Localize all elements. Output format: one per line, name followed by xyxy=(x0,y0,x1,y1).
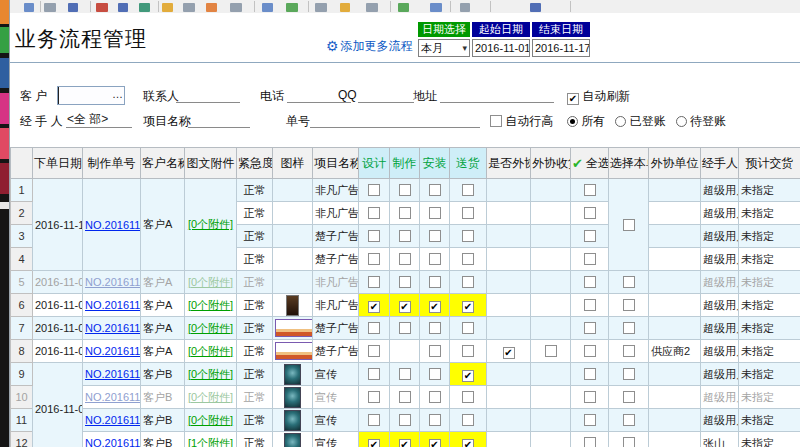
contact-input[interactable] xyxy=(176,87,240,103)
sample-thumbnail-photo[interactable] xyxy=(284,433,301,447)
sample-thumbnail-cert[interactable] xyxy=(275,319,313,337)
row-number[interactable]: 2 xyxy=(11,202,33,225)
sample-thumbnail-cert[interactable] xyxy=(275,342,313,360)
checkbox-deliver[interactable] xyxy=(462,230,474,242)
radio-all[interactable] xyxy=(567,116,578,127)
sample-thumbnail-photo[interactable] xyxy=(284,364,301,385)
checkbox-make[interactable] xyxy=(399,322,411,334)
checkbox-make[interactable] xyxy=(399,207,411,219)
attachment-link[interactable]: [0个附件] xyxy=(188,218,233,230)
checkbox-deliver[interactable]: ✔ xyxy=(462,370,474,382)
checkbox-design[interactable] xyxy=(368,322,380,334)
checkbox-selall[interactable] xyxy=(584,230,596,242)
checkbox-make[interactable] xyxy=(399,230,411,242)
column-header-thumb[interactable]: 图样 xyxy=(273,148,313,179)
checkbox-selorder[interactable] xyxy=(623,368,635,380)
checkbox-install[interactable] xyxy=(429,368,441,380)
checkbox-deliver[interactable]: ✔ xyxy=(462,439,474,447)
row-number[interactable]: 5 xyxy=(11,271,33,294)
checkbox-design[interactable]: ✔ xyxy=(368,301,380,313)
row-number[interactable]: 11 xyxy=(11,409,33,432)
checkbox-selorder[interactable] xyxy=(623,276,635,288)
checkbox-selall[interactable] xyxy=(584,414,596,426)
checkbox-make[interactable]: ✔ xyxy=(399,439,411,447)
checkbox-deliver[interactable] xyxy=(462,253,474,265)
row-number[interactable]: 6 xyxy=(11,294,33,317)
checkbox-make[interactable] xyxy=(399,391,411,403)
checkbox-selall[interactable] xyxy=(584,345,596,357)
checkbox-selall[interactable] xyxy=(584,299,596,311)
add-more-flows-link[interactable]: ⚙添加更多流程 xyxy=(326,38,413,55)
column-header-project[interactable]: 项目名称 xyxy=(313,148,359,179)
order-number-input[interactable] xyxy=(310,112,480,128)
column-header-install[interactable]: 安装 xyxy=(420,148,450,179)
ellipsis-button[interactable]: … xyxy=(111,87,124,104)
attachment-link[interactable]: [1个附件] xyxy=(188,437,233,447)
column-header-eta[interactable]: 预计交货 xyxy=(739,148,800,179)
row-number[interactable]: 3 xyxy=(11,225,33,248)
column-header-order[interactable]: 制作单号 xyxy=(83,148,141,179)
checkbox-install[interactable] xyxy=(429,276,441,288)
checkbox-make[interactable] xyxy=(399,184,411,196)
column-header-receipt[interactable]: 外协收货 xyxy=(531,148,571,179)
checkbox-make[interactable] xyxy=(399,276,411,288)
checkbox-selorder[interactable] xyxy=(623,299,635,311)
checkbox-selall[interactable] xyxy=(584,368,596,380)
radio-pending[interactable] xyxy=(676,116,687,127)
order-number-link[interactable]: NO.201611030004 xyxy=(85,368,141,380)
column-header-make[interactable]: 制作 xyxy=(390,148,420,179)
checkbox-selall[interactable] xyxy=(584,276,596,288)
checkbox-design[interactable] xyxy=(368,345,380,357)
sample-thumbnail-banner[interactable] xyxy=(286,295,299,316)
row-number[interactable]: 4 xyxy=(11,248,33,271)
address-input[interactable] xyxy=(440,87,554,103)
customer-input[interactable] xyxy=(58,87,111,104)
column-header-n[interactable] xyxy=(11,148,33,179)
checkbox-install[interactable] xyxy=(429,414,441,426)
attachment-link[interactable]: [0个附件] xyxy=(188,414,233,426)
checkbox-install[interactable] xyxy=(429,230,441,242)
handler-input[interactable] xyxy=(66,112,132,128)
end-date-select[interactable]: 2016-11-17 ▾ xyxy=(532,39,590,57)
checkbox-install[interactable] xyxy=(429,322,441,334)
column-header-date[interactable]: 下单日期▼ xyxy=(33,148,83,179)
checkbox-make[interactable] xyxy=(399,414,411,426)
order-number-link[interactable]: NO.201611030001 xyxy=(85,437,141,447)
order-number-link[interactable]: NO.201611090001 xyxy=(85,276,141,288)
auto-refresh-checkbox[interactable]: ✔ xyxy=(567,93,579,105)
checkbox-selall[interactable] xyxy=(584,391,596,403)
checkbox-receipt[interactable] xyxy=(545,345,557,357)
checkbox-selall[interactable] xyxy=(584,184,596,196)
sample-thumbnail-photo[interactable] xyxy=(284,410,301,431)
checkbox-selorder[interactable] xyxy=(623,219,635,231)
checkbox-design[interactable] xyxy=(368,184,380,196)
column-header-attach[interactable]: 图文附件 xyxy=(185,148,237,179)
attachment-link[interactable]: [0个附件] xyxy=(188,322,233,334)
checkbox-deliver[interactable] xyxy=(462,391,474,403)
project-name-input[interactable] xyxy=(188,112,250,128)
checkbox-install[interactable] xyxy=(429,184,441,196)
date-mode-select[interactable]: 本月 ▾ xyxy=(418,39,470,57)
row-number[interactable]: 1 xyxy=(11,179,33,202)
checkbox-design[interactable] xyxy=(368,414,380,426)
column-header-selorder[interactable]: 选择本单 xyxy=(609,148,649,179)
checkbox-deliver[interactable] xyxy=(462,184,474,196)
checkbox-install[interactable] xyxy=(429,391,441,403)
checkbox-selorder[interactable] xyxy=(623,391,635,403)
radio-posted[interactable] xyxy=(615,116,626,127)
column-header-handler[interactable]: 经手人 xyxy=(701,148,739,179)
checkbox-install[interactable] xyxy=(429,207,441,219)
checkbox-selorder[interactable] xyxy=(623,414,635,426)
row-number[interactable]: 8 xyxy=(11,340,33,363)
start-date-select[interactable]: 2016-11-01 ▾ xyxy=(472,39,530,57)
row-number[interactable]: 12 xyxy=(11,432,33,447)
checkbox-deliver[interactable] xyxy=(462,276,474,288)
checkbox-deliver[interactable] xyxy=(462,414,474,426)
checkbox-make[interactable]: ✔ xyxy=(399,301,411,313)
auto-row-height-checkbox[interactable] xyxy=(490,115,502,127)
column-header-selall[interactable]: ✔全选 xyxy=(571,148,609,179)
checkbox-selorder[interactable] xyxy=(623,345,635,357)
column-header-customer[interactable]: 客户名称 xyxy=(141,148,185,179)
checkbox-make[interactable] xyxy=(399,368,411,380)
checkbox-design[interactable]: ✔ xyxy=(368,439,380,447)
